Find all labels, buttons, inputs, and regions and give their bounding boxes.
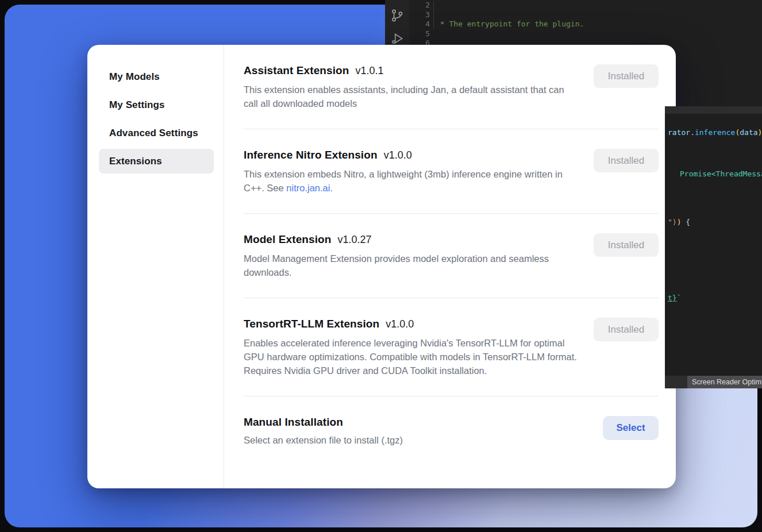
code-fragment: ")) { [668,218,690,226]
vscode-right-pane: rator.inference(data)); Promise<ThreadMe… [665,106,762,388]
extension-description: Enables accelerated inference leveraging… [244,336,578,377]
extension-title: TensortRT-LLM Extension [244,318,379,330]
extension-version: v1.0.0 [384,149,412,161]
sidebar-item-my-models[interactable]: My Models [99,64,214,89]
extension-version: v1.0.0 [386,318,414,330]
line-number: 5 [409,29,430,39]
vscode-status-bar-right: Screen Reader Optimized [665,376,762,388]
code-line: * The entrypoint for the plugin. [436,20,762,29]
nitro-jan-ai-link[interactable]: nitro.jan.ai. [286,183,333,193]
extension-entry: Model Extension v1.0.27 Model Management… [244,233,659,279]
manual-installation-description: Select an extension file to install (.tg… [244,433,578,447]
line-number: 3 [409,10,430,20]
indent-guide [433,1,434,29]
divider [244,396,659,396]
run-debug-icon[interactable] [390,31,405,46]
manual-installation-section: Manual Installation Select an extension … [244,416,659,447]
extension-entry: TensortRT-LLM Extension v1.0.0 Enables a… [244,318,659,377]
settings-modal: My Models My Settings Advanced Settings … [87,45,676,488]
line-number: 4 [409,20,430,29]
screen-reader-status-item[interactable]: Screen Reader Optimized [687,376,762,388]
divider [244,213,659,214]
settings-sidebar: My Models My Settings Advanced Settings … [87,45,224,488]
extension-version: v1.0.1 [356,65,384,77]
source-control-icon[interactable] [390,8,405,23]
sidebar-item-my-settings[interactable]: My Settings [99,92,214,117]
screenshot-stage: 2 3 4 5 6 * The entrypoint for the plugi… [0,0,762,532]
code-fragment: rator.inference(data)); [668,128,762,137]
installed-button: Installed [594,64,659,88]
divider [244,298,659,298]
installed-button: Installed [594,318,659,341]
sidebar-item-extensions[interactable]: Extensions [99,149,214,174]
line-number: 2 [409,1,430,10]
sidebar-item-advanced-settings[interactable]: Advanced Settings [99,121,214,145]
extension-entry: Assistant Extension v1.0.1 This extensio… [244,64,659,110]
manual-installation-title: Manual Installation [244,416,343,429]
extension-description: This extension embeds Nitro, a lightweig… [244,167,578,195]
installed-button: Installed [594,149,659,172]
divider [244,129,659,129]
line-number-gutter: 2 3 4 5 6 [409,1,430,48]
select-file-button[interactable]: Select [603,416,659,440]
extension-title: Inference Nitro Extension [244,149,378,161]
code-fragment: Promise<ThreadMessage> [680,169,762,178]
extension-description: Model Management Extension provides mode… [244,252,578,279]
extension-title: Assistant Extension [244,64,349,77]
extension-entry: Inference Nitro Extension v1.0.0 This ex… [244,149,659,195]
extension-description: This extension enables assistants, inclu… [244,83,578,110]
extension-title: Model Extension [244,233,331,246]
editor-section-strip [665,106,762,114]
extensions-panel: Assistant Extension v1.0.1 This extensio… [224,45,676,488]
code-fragment: t}` [668,294,681,302]
extension-version: v1.0.27 [337,234,371,246]
installed-button: Installed [594,233,659,257]
